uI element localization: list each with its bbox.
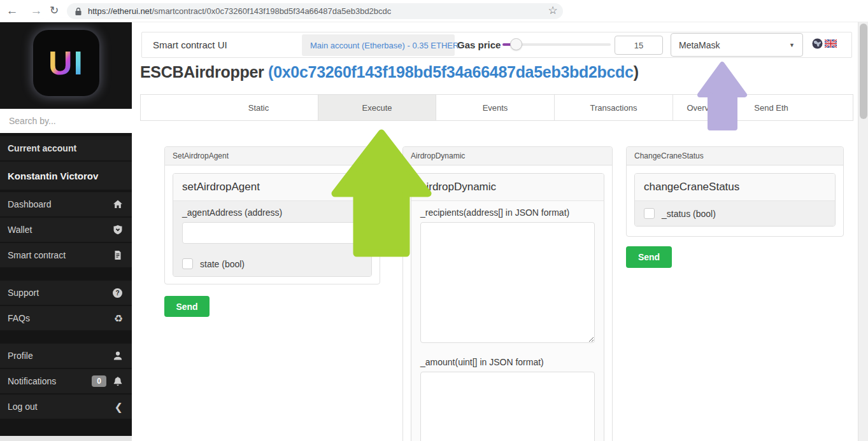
sidebar-item-label: Dashboard (8, 199, 113, 209)
uk-flag-icon (825, 39, 837, 48)
tab-execute[interactable]: Execute (318, 95, 436, 120)
browser-back-icon[interactable]: ← (4, 0, 20, 22)
contract-address-link[interactable]: 0x0c73260f143f198bd5f34a66487da5eb3bd2bc… (273, 63, 634, 81)
function-title: setAirdropAgent (173, 174, 371, 201)
tab-transactions[interactable]: Transactions (555, 95, 673, 120)
tab-static[interactable]: Static (199, 95, 318, 120)
gas-price-input[interactable] (615, 36, 663, 55)
shield-icon (113, 225, 123, 235)
sidebar-item-smart-contract[interactable]: Smart contract (0, 243, 132, 267)
browser-toolbar: ← → ↻ https://etherui.net/smartcontract/… (0, 0, 868, 22)
scrollbar-thumb[interactable] (860, 24, 867, 119)
notifications-badge: 0 (92, 375, 106, 387)
header-title: Smart contract UI (153, 32, 227, 57)
sidebar-item-label: Smart contract (8, 250, 113, 260)
sidebar-search (0, 109, 132, 133)
function-title: airdropDynamic (411, 174, 604, 201)
sidebar-item-wallet[interactable]: Wallet (0, 218, 132, 242)
chevron-down-icon: ▼ (789, 42, 795, 48)
page-scrollbar[interactable] (858, 22, 868, 441)
person-icon (113, 351, 123, 361)
svg-text:?: ? (115, 290, 119, 297)
sidebar-item-label: Wallet (8, 225, 113, 235)
sidebar-item-support[interactable]: Support ? (0, 281, 132, 305)
sidebar-item-label: FAQs (8, 313, 114, 323)
sidebar: UI Current account Konstantin Victorov D… (0, 22, 132, 436)
field-label: _amount(uint[] in JSON format) (420, 357, 595, 367)
contract-ui-header: Smart contract UI Main account (Etherbas… (141, 32, 852, 58)
field-label: state (bool) (200, 259, 245, 269)
current-account-label: Current account (0, 136, 132, 160)
page-title: ESCBAirdropper (0x0c73260f143f198bd5f34a… (140, 63, 639, 81)
tab-spacer (141, 95, 199, 120)
tab-overview[interactable]: Overview (673, 95, 736, 120)
main-content: Smart contract UI Main account (Etherbas… (132, 22, 858, 441)
lock-icon (75, 7, 82, 16)
question-icon: ? (112, 288, 123, 298)
recycle-icon: ♻ (114, 312, 123, 325)
slider-handle[interactable] (510, 38, 522, 50)
bell-icon (113, 376, 123, 387)
panel-header: ChangeCraneStatus (627, 147, 843, 165)
sidebar-item-faqs[interactable]: FAQs ♻ (0, 306, 132, 330)
send-button-change-crane-status[interactable]: Send (626, 246, 672, 268)
wallet-provider-select[interactable]: MetaMask ▼ (671, 33, 803, 57)
tab-events[interactable]: Events (436, 95, 555, 120)
app-logo[interactable]: UI (33, 30, 99, 96)
app-root: ← → ↻ https://etherui.net/smartcontract/… (0, 0, 868, 441)
state-checkbox[interactable] (182, 258, 193, 269)
account-link: Main account (Etherbase) - 0.35 ETHER (310, 41, 459, 50)
sidebar-item-label: Support (8, 288, 112, 298)
panel-change-crane-status: ChangeCraneStatus changeCraneStatus _sta… (626, 146, 844, 237)
globe-icon (812, 38, 823, 49)
agent-address-input[interactable] (182, 222, 362, 244)
amount-textarea[interactable] (420, 372, 595, 441)
account-chip[interactable]: Main account (Etherbase) - 0.35 ETHER (302, 34, 455, 56)
function-title: changeCraneStatus (635, 174, 835, 201)
bookmark-star-icon[interactable]: ☆ (544, 0, 561, 22)
sidebar-item-dashboard[interactable]: Dashboard (0, 192, 132, 216)
logo-letter-u: U (48, 44, 74, 82)
recipients-textarea[interactable] (420, 222, 595, 343)
panel-set-airdrop-agent: SetAirdropAgent setAirdropAgent _agentAd… (164, 146, 380, 284)
document-icon (113, 250, 123, 260)
sidebar-item-label: Log out (8, 402, 115, 412)
gas-price-label: Gas price (457, 32, 501, 57)
chevron-left-icon: ❮ (115, 401, 123, 413)
tab-bar: Static Execute Events Transactions Overv… (140, 94, 853, 121)
panel-header: SetAirdropAgent (165, 147, 380, 165)
search-input[interactable] (8, 115, 125, 127)
field-label: _recipients(address[] in JSON format) (420, 207, 595, 218)
logo-letter-i: I (74, 44, 84, 82)
sidebar-item-notifications[interactable]: Notifications 0 (0, 369, 132, 393)
sidebar-item-label: Notifications (8, 376, 92, 386)
address-bar[interactable]: https://etherui.net/smartcontract/0x0c73… (67, 3, 563, 19)
sidebar-item-profile[interactable]: Profile (0, 344, 132, 368)
language-switcher[interactable] (812, 38, 839, 49)
tab-send-eth[interactable]: Send Eth (736, 95, 807, 120)
sidebar-item-logout[interactable]: Log out ❮ (0, 395, 132, 419)
sidebar-bottom-strip (0, 436, 132, 441)
status-checkbox[interactable] (644, 208, 655, 219)
sidebar-username: Konstantin Victorov (0, 162, 132, 190)
wallet-provider-value: MetaMask (679, 40, 789, 50)
gas-price-slider[interactable] (502, 43, 611, 46)
sidebar-item-label: Profile (8, 351, 113, 361)
home-icon (113, 199, 123, 209)
panel-header: AirdropDynamic (403, 147, 612, 165)
panel-airdrop-dynamic: AirdropDynamic airdropDynamic _recipient… (402, 146, 613, 441)
url-text: https://etherui.net/smartcontract/0x0c73… (88, 6, 391, 16)
browser-reload-icon[interactable]: ↻ (46, 0, 62, 22)
browser-forward-icon[interactable]: → (28, 0, 45, 22)
send-button-set-airdrop-agent[interactable]: Send (164, 296, 210, 317)
field-label: _agentAddress (address) (182, 207, 362, 218)
field-label: _status (bool) (662, 209, 716, 219)
